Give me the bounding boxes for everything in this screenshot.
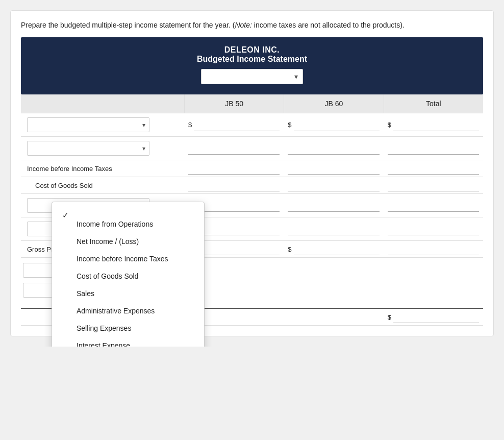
col-header-total: Total xyxy=(384,94,483,113)
menu-item-admin-expenses[interactable]: Administrative Expenses xyxy=(52,302,204,320)
menu-item-label: Sales xyxy=(77,289,94,298)
row-3-cell-jb50 xyxy=(184,160,284,177)
row-2-cell-jb60 xyxy=(284,140,383,157)
row-2-cell-jb50 xyxy=(184,140,284,157)
dollar-sign: $ xyxy=(388,313,391,321)
company-name: DELEON INC. xyxy=(27,45,477,55)
instruction-main: Prepare the budgeted multiple-step incom… xyxy=(21,21,235,29)
table-row: Income before Income Taxes xyxy=(21,160,483,177)
col-header-label xyxy=(21,94,184,113)
menu-item-label: Administrative Expenses xyxy=(77,307,155,315)
row-7-cell-jb60: $ xyxy=(284,241,383,257)
table-row: Sales Gross Profit Cost of Goods Sold ▾ … xyxy=(21,113,483,137)
row-1-input-jb50[interactable] xyxy=(194,119,280,131)
row-2-input-jb60[interactable] xyxy=(288,142,379,155)
row-4-input-total[interactable] xyxy=(388,179,479,191)
final-cell-jb60 xyxy=(284,315,383,319)
row-7-input-jb50[interactable] xyxy=(194,243,280,255)
row-2-dropdown-wrapper[interactable]: Sales Cost of Goods Sold ▾ xyxy=(27,141,149,156)
menu-item-label: Income from Operations xyxy=(77,220,153,228)
row-4-cell-jb50 xyxy=(184,177,284,193)
header-period-dropdown[interactable]: For the Year Ended December 31, 2023 xyxy=(201,69,303,84)
row-5-input-total[interactable] xyxy=(388,200,479,212)
row-4-input-jb60[interactable] xyxy=(288,179,379,191)
row-3-cell-jb60 xyxy=(284,160,383,177)
income-before-taxes-label: Income before Income Taxes xyxy=(27,165,112,173)
final-cell-total: $ xyxy=(384,309,483,325)
cogs-label: Cost of Goods Sold xyxy=(35,182,93,189)
menu-item-label: Cost of Goods Sold xyxy=(77,272,138,280)
row-3-input-total[interactable] xyxy=(388,162,479,175)
columns-header: JB 50 JB 60 Total xyxy=(21,94,483,113)
menu-item-cogs[interactable]: Cost of Goods Sold xyxy=(52,267,204,285)
menu-item-sales[interactable]: Sales xyxy=(52,285,204,302)
menu-item-selling-expenses[interactable]: Selling Expenses xyxy=(52,320,204,337)
menu-item-label: Selling Expenses xyxy=(77,324,131,332)
menu-item-income-before-taxes[interactable]: Income before Income Taxes xyxy=(52,250,204,267)
instruction-text: Prepare the budgeted multiple-step incom… xyxy=(21,21,483,29)
row-3-input-jb60[interactable] xyxy=(288,162,379,175)
row-2-input-jb50[interactable] xyxy=(188,142,280,155)
instruction-note-label: Note: xyxy=(235,21,251,29)
row-1-cell-total: $ xyxy=(384,117,483,133)
dropdown-menu-overlay: Income from Operations Net Income / (Los… xyxy=(52,202,205,347)
row-4-cell-jb60 xyxy=(284,177,383,193)
statement-title: Budgeted Income Statement xyxy=(27,55,477,64)
menu-item-label: Net Income / (Loss) xyxy=(77,237,139,246)
menu-item-label: Interest Expense xyxy=(77,341,130,347)
menu-item-label: Income before Income Taxes xyxy=(77,255,168,263)
row-1-cell-jb50: $ xyxy=(184,117,284,133)
row-2-cell-total xyxy=(384,140,483,157)
dollar-sign: $ xyxy=(288,246,291,253)
row-6-cell-total xyxy=(384,221,483,237)
row-5-input-jb60[interactable] xyxy=(288,200,379,212)
row-1-input-jb60[interactable] xyxy=(294,119,380,131)
content-area: JB 50 JB 60 Total Sales Gross Profit Cos… xyxy=(21,94,483,326)
dollar-sign: $ xyxy=(188,121,192,129)
menu-item-net-income[interactable]: Net Income / (Loss) xyxy=(52,233,204,250)
row-7-input-total[interactable] xyxy=(388,243,479,255)
table-row: Cost of Goods Sold xyxy=(21,177,483,194)
row-3-input-jb50[interactable] xyxy=(188,162,280,175)
final-input-total[interactable] xyxy=(393,311,479,323)
row-1-dropdown[interactable]: Sales Gross Profit Cost of Goods Sold xyxy=(27,117,149,132)
row-6-input-total[interactable] xyxy=(388,223,479,235)
row-2-dropdown[interactable]: Sales Cost of Goods Sold xyxy=(27,141,149,156)
dollar-sign: $ xyxy=(288,121,291,129)
row-1-cell-jb60: $ xyxy=(284,117,383,133)
dollar-sign: $ xyxy=(388,121,391,129)
row-4-cell-total xyxy=(384,177,483,193)
menu-item-income-from-ops[interactable]: Income from Operations xyxy=(52,215,204,233)
row-4-input-jb50[interactable] xyxy=(188,179,280,191)
col-header-jb60: JB 60 xyxy=(284,94,383,113)
row-label-4: Cost of Goods Sold xyxy=(21,178,184,193)
row-label-3: Income before Income Taxes xyxy=(21,161,184,177)
row-6-cell-jb60 xyxy=(284,221,383,237)
row-label-1: Sales Gross Profit Cost of Goods Sold ▾ xyxy=(21,113,184,136)
row-2-input-total[interactable] xyxy=(388,142,479,155)
outer-container: Prepare the budgeted multiple-step incom… xyxy=(10,10,494,336)
row-5-cell-jb60 xyxy=(284,198,383,214)
row-1-dropdown-wrapper[interactable]: Sales Gross Profit Cost of Goods Sold ▾ xyxy=(27,117,149,132)
row-label-2: Sales Cost of Goods Sold ▾ xyxy=(21,137,184,160)
row-3-cell-total xyxy=(384,160,483,177)
row-1-input-total[interactable] xyxy=(393,119,479,131)
menu-item-interest-expense[interactable]: Interest Expense xyxy=(52,337,204,347)
header-dropdown-wrapper[interactable]: For the Year Ended December 31, 2023 ▾ xyxy=(201,69,303,84)
row-7-cell-total xyxy=(384,241,483,257)
menu-item-blank[interactable] xyxy=(52,206,204,215)
col-header-jb50: JB 50 xyxy=(184,94,284,113)
table-row: Sales Cost of Goods Sold ▾ xyxy=(21,137,483,160)
instruction-note-body: income taxes are not allocated to the pr… xyxy=(252,21,405,29)
row-5-cell-total xyxy=(384,198,483,214)
row-6-input-jb60[interactable] xyxy=(288,223,379,235)
row-7-input-jb60[interactable] xyxy=(294,243,380,255)
header-box: DELEON INC. Budgeted Income Statement Fo… xyxy=(21,37,483,94)
